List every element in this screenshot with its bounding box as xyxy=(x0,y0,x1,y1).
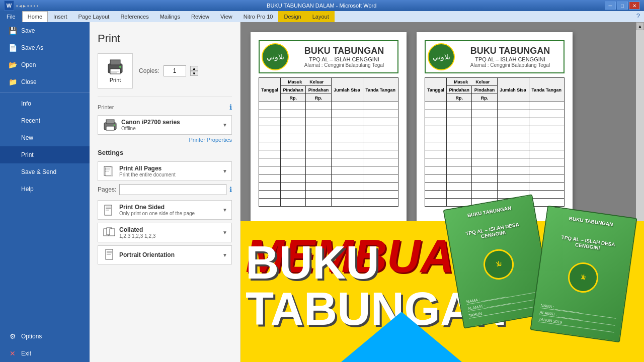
table-row xyxy=(259,150,398,158)
one-sided-sub: Only print on one side of the page xyxy=(119,211,226,216)
table-row xyxy=(259,166,398,174)
one-sided-setting[interactable]: Print One Sided Only print on one side o… xyxy=(98,200,232,220)
buku-logo-2: تلاوتي xyxy=(428,43,455,70)
book2-logo: تلا xyxy=(566,260,600,295)
svg-rect-5 xyxy=(111,72,117,73)
printer-name: Canon iP2700 series xyxy=(121,119,226,126)
file-menu: 💾 Save 📄 Save As 📂 Open 📁 Close Info Rec… xyxy=(0,22,90,362)
printer-info-icon[interactable]: ℹ xyxy=(229,103,232,111)
portrait-setting[interactable]: Portrait Orientation ▼ xyxy=(98,245,232,264)
table-row xyxy=(425,150,565,158)
col-jumlah-2: Jumlah Sisa xyxy=(497,78,529,102)
menu-recent[interactable]: Recent xyxy=(0,112,90,129)
buku-subtitle-2: TPQ AL – ISLAH CENGGINI xyxy=(459,56,561,62)
title-bar-left: W ▪ ◂ ▸ ▪ ▪ ▪ ▪ xyxy=(4,1,38,11)
table-row xyxy=(425,102,565,110)
tab-mailings[interactable]: Mailings xyxy=(154,11,186,22)
menu-save-send[interactable]: Save & Send xyxy=(0,163,90,180)
collated-text: Collated 1,2,3 1,2,3 1,2,3 xyxy=(119,226,226,239)
col-jumlah-1: Jumlah Sisa xyxy=(331,78,363,102)
menu-print[interactable]: Print xyxy=(0,146,90,163)
buku-address-1: Alamat : Cenggini Balapulang Tegal xyxy=(293,62,395,68)
doc-page-1: تلاوتي BUKU TABUNGAN TPQ AL – ISLAH CENG… xyxy=(251,32,407,233)
buku-subtitle-1: TPQ AL – ISLAH CENGGINI xyxy=(293,56,395,62)
table-row xyxy=(259,183,398,191)
table-row xyxy=(259,174,398,183)
pages-info-icon[interactable]: ℹ xyxy=(229,186,232,194)
buku-header-1: تلاوتي BUKU TABUNGAN TPQ AL – ISLAH CENG… xyxy=(259,40,398,73)
tab-view[interactable]: View xyxy=(215,11,238,22)
tab-nitro[interactable]: Nitro Pro 10 xyxy=(238,11,279,22)
col-tanggal-1: Tanggal xyxy=(259,78,281,102)
menu-help[interactable]: Help xyxy=(0,180,90,198)
menu-new[interactable]: New xyxy=(0,129,90,146)
book2-subtitle: TPQ AL – ISLAH DESA CENGGINI xyxy=(549,233,627,254)
printer-properties-link[interactable]: Printer Properties xyxy=(98,137,232,143)
table-row xyxy=(425,118,565,126)
new-icon xyxy=(8,134,17,141)
tab-review[interactable]: Review xyxy=(186,11,215,22)
table-row xyxy=(425,158,565,166)
svg-rect-8 xyxy=(106,126,114,130)
tab-design[interactable]: Design xyxy=(278,11,306,22)
tab-insert[interactable]: Insert xyxy=(48,11,73,22)
tab-page-layout[interactable]: Page Layout xyxy=(73,11,115,22)
copies-label: Copies: xyxy=(139,67,159,74)
info-icon xyxy=(8,100,17,107)
maximize-button[interactable]: □ xyxy=(617,2,628,10)
menu-exit[interactable]: ✕ Exit xyxy=(0,345,90,362)
minimize-button[interactable]: ─ xyxy=(605,2,616,10)
one-sided-arrow: ▼ xyxy=(222,207,227,213)
pages-row: Pages: ℹ xyxy=(98,184,232,195)
book2-fields: NAMA : ___________ ALAMAT : ___________ … xyxy=(538,301,617,335)
menu-info[interactable]: Info xyxy=(0,95,90,112)
svg-rect-7 xyxy=(106,120,114,124)
table-row xyxy=(425,110,565,118)
tab-references[interactable]: References xyxy=(115,11,154,22)
menu-open[interactable]: 📂 Open xyxy=(0,56,90,73)
printer-status: Offline xyxy=(121,126,226,131)
one-sided-label: Print One Sided xyxy=(119,204,226,211)
document-preview: ▲ ▼ تلاوتي BUKU TABUNGAN TPQ AL – ISLAH … xyxy=(240,22,644,362)
spinner-up[interactable]: ▲ xyxy=(190,66,198,71)
book1-title: BUKU TABUNGAN xyxy=(467,205,512,218)
help-icon[interactable]: ? xyxy=(636,12,640,20)
menu-save-as[interactable]: 📄 Save As xyxy=(0,39,90,56)
title-bar: W ▪ ◂ ▸ ▪ ▪ ▪ ▪ BUKU TABUNGAN DALAM - Mi… xyxy=(0,0,644,11)
print-all-pages-text: Print All Pages Print the entire documen… xyxy=(119,165,226,177)
printer-dropdown-arrow: ▼ xyxy=(222,122,227,128)
save-as-icon: 📄 xyxy=(8,44,17,51)
spinner-down[interactable]: ▼ xyxy=(190,71,198,76)
buku-main-title-2: BUKU TABUNGAN xyxy=(459,46,561,56)
col-tanda-2: Tanda Tangan xyxy=(529,78,565,102)
help-menu-icon xyxy=(8,186,17,193)
pages-input[interactable] xyxy=(119,184,226,195)
book1-logo: تلا xyxy=(481,247,516,282)
scroll-up-btn[interactable]: ▲ xyxy=(636,22,644,30)
collated-setting[interactable]: Collated 1,2,3 1,2,3 1,2,3 ▼ xyxy=(98,223,232,242)
menu-options[interactable]: ⚙ Options xyxy=(0,328,90,345)
table-row xyxy=(425,142,565,150)
copies-input[interactable] xyxy=(164,65,186,76)
options-icon: ⚙ xyxy=(8,333,17,340)
printer-selector[interactable]: Canon iP2700 series Offline ▼ xyxy=(98,115,232,135)
pages-label: Pages: xyxy=(98,186,116,193)
print-button[interactable]: Print xyxy=(98,53,133,88)
menu-close[interactable]: 📁 Close xyxy=(0,73,90,90)
printer-info: Canon iP2700 series Offline xyxy=(121,119,226,131)
svg-point-3 xyxy=(119,66,121,68)
close-button[interactable]: ✕ xyxy=(629,2,640,10)
portrait-arrow: ▼ xyxy=(222,252,227,258)
col-tanda-1: Tanda Tangan xyxy=(363,78,398,102)
menu-save[interactable]: 💾 Save xyxy=(0,22,90,39)
one-sided-text: Print One Sided Only print on one side o… xyxy=(119,204,226,216)
tab-home[interactable]: Home xyxy=(22,11,48,22)
physical-book-2: BUKU TABUNGAN TPQ AL – ISLAH DESA CENGGI… xyxy=(530,206,637,343)
col-masuk-keluar-1: Masuk Keluar xyxy=(281,78,331,86)
tab-file[interactable]: File xyxy=(0,11,22,22)
svg-rect-18 xyxy=(106,210,109,211)
portrait-label: Portrait Orientation xyxy=(119,251,226,258)
svg-rect-17 xyxy=(106,208,111,209)
print-all-pages-setting[interactable]: Print All Pages Print the entire documen… xyxy=(98,161,232,181)
tab-layout[interactable]: Layout xyxy=(307,11,335,22)
